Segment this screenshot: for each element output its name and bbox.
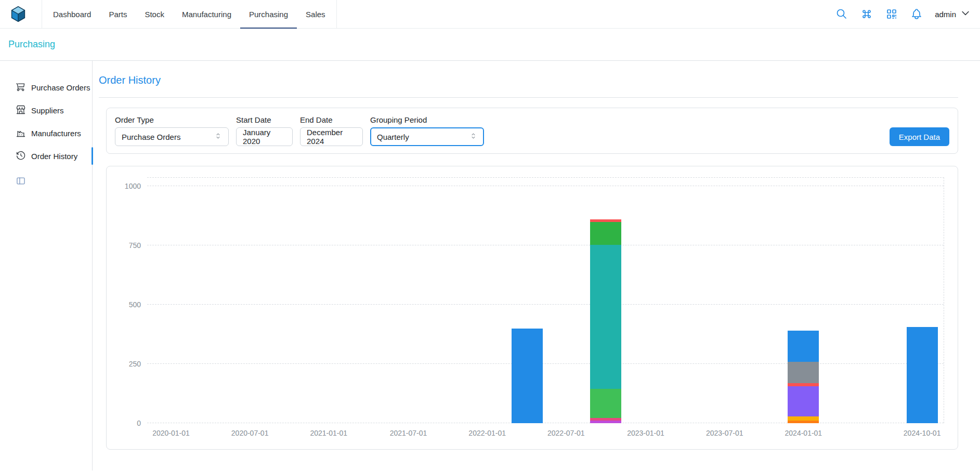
- tab-purchasing[interactable]: Purchasing: [240, 0, 297, 29]
- bar-segment: [788, 421, 819, 423]
- end-date-group: End Date December 2024: [300, 115, 363, 146]
- y-gridline: [147, 423, 944, 423]
- x-axis-label: 2022-07-01: [547, 429, 585, 437]
- tab-parts[interactable]: Parts: [100, 0, 136, 29]
- sidebar-collapse-icon[interactable]: [16, 176, 26, 186]
- x-axis-label: 2021-07-01: [390, 429, 427, 437]
- end-date-value: December 2024: [307, 128, 356, 146]
- start-date-value: January 2020: [243, 128, 286, 146]
- filter-card: Order Type Purchase Orders Start Date Ja…: [106, 108, 958, 154]
- sidebar-item-label: Manufacturers: [31, 129, 81, 138]
- y-gridline: [147, 186, 944, 186]
- order-type-group: Order Type Purchase Orders: [115, 115, 229, 146]
- tab-sales[interactable]: Sales: [297, 0, 334, 29]
- sidebar-items: Purchase OrdersSuppliersManufacturersOrd…: [0, 76, 92, 167]
- main-panel: Order History Order Type Purchase Orders…: [93, 61, 980, 470]
- x-axis-label: 2022-01-01: [468, 429, 506, 437]
- top-navbar: DashboardPartsStockManufacturingPurchasi…: [0, 0, 980, 29]
- bar-segment: [788, 386, 819, 416]
- chevron-down-icon: [960, 8, 971, 20]
- start-date-label: Start Date: [236, 115, 293, 124]
- tab-manufacturing[interactable]: Manufacturing: [173, 0, 240, 29]
- stacked-bar: [590, 178, 621, 423]
- stacked-bar: [907, 178, 938, 423]
- y-axis-label: 250: [129, 360, 141, 368]
- order-type-label: Order Type: [115, 115, 229, 124]
- sidebar: Purchase OrdersSuppliersManufacturersOrd…: [0, 61, 93, 470]
- breadcrumb-purchasing[interactable]: Purchasing: [8, 39, 55, 50]
- inventree-logo-icon: [9, 5, 27, 23]
- history-clock-icon: [16, 150, 26, 162]
- end-date-input[interactable]: December 2024: [300, 127, 363, 146]
- inventree-logo[interactable]: [9, 5, 27, 23]
- selector-chevrons-icon: [214, 132, 222, 141]
- y-gridline: [147, 363, 944, 364]
- search-icon[interactable]: [835, 7, 848, 21]
- grouping-period-select[interactable]: Quarterly: [370, 127, 484, 146]
- x-axis-label: 2020-01-01: [152, 429, 190, 437]
- x-axis-label: 2021-01-01: [310, 429, 347, 437]
- y-axis-label: 500: [129, 300, 141, 309]
- qr-grid-icon[interactable]: [885, 7, 898, 21]
- export-data-button[interactable]: Export Data: [890, 127, 949, 146]
- grouping-period-value: Quarterly: [377, 133, 409, 141]
- x-axis-label: 2020-07-01: [231, 429, 269, 437]
- stacked-bar: [788, 178, 819, 423]
- factory-icon: [16, 127, 26, 139]
- main-tabs: DashboardPartsStockManufacturingPurchasi…: [42, 0, 337, 29]
- navbar-actions: admin: [835, 7, 971, 21]
- command-icon[interactable]: [860, 7, 873, 21]
- plot-area: 025050075010002020-01-012020-07-012021-0…: [147, 177, 944, 423]
- x-axis-label: 2023-01-01: [627, 429, 664, 437]
- tab-dashboard[interactable]: Dashboard: [44, 0, 100, 29]
- order-type-select[interactable]: Purchase Orders: [115, 127, 229, 146]
- x-axis-label: 2024-01-01: [785, 429, 822, 437]
- x-axis-label: 2024-10-01: [904, 429, 941, 437]
- title-divider: [99, 97, 958, 98]
- x-axis-label: 2023-07-01: [706, 429, 743, 437]
- y-axis-label: 0: [137, 419, 141, 427]
- user-menu[interactable]: admin: [935, 8, 971, 20]
- sidebar-item-order-history[interactable]: Order History: [0, 145, 92, 167]
- sidebar-item-label: Purchase Orders: [31, 83, 90, 92]
- username: admin: [935, 10, 956, 19]
- content-area: Purchase OrdersSuppliersManufacturersOrd…: [0, 61, 980, 470]
- order-type-value: Purchase Orders: [122, 133, 180, 141]
- bar-segment: [788, 331, 819, 362]
- breadcrumb-bar: Purchasing: [0, 29, 980, 61]
- bar-segment: [788, 416, 819, 421]
- grouping-period-label: Grouping Period: [370, 115, 484, 124]
- sidebar-item-manufacturers[interactable]: Manufacturers: [0, 122, 92, 145]
- tab-stock[interactable]: Stock: [136, 0, 173, 29]
- bar-segment: [907, 327, 938, 423]
- start-date-group: Start Date January 2020: [236, 115, 293, 146]
- grouping-period-group: Grouping Period Quarterly: [370, 115, 484, 146]
- bar-segment: [590, 421, 621, 423]
- sidebar-item-label: Suppliers: [31, 106, 64, 115]
- y-gridline: [147, 304, 944, 305]
- bar-segment: [590, 245, 621, 389]
- stacked-bar: [512, 178, 543, 423]
- selector-chevrons-icon: [469, 132, 477, 141]
- y-gridline: [147, 245, 944, 245]
- sidebar-item-purchase-orders[interactable]: Purchase Orders: [0, 76, 92, 99]
- sidebar-item-label: Order History: [31, 152, 77, 161]
- start-date-input[interactable]: January 2020: [236, 127, 293, 146]
- bar-segment: [788, 362, 819, 383]
- app-window: DashboardPartsStockManufacturingPurchasi…: [0, 0, 980, 470]
- bell-icon[interactable]: [910, 7, 923, 21]
- y-axis-label: 750: [129, 241, 141, 250]
- building-store-icon: [16, 104, 26, 116]
- bar-segment: [590, 389, 621, 418]
- chart-card: 025050075010002020-01-012020-07-012021-0…: [106, 166, 958, 450]
- y-axis-label: 1000: [125, 182, 141, 190]
- bar-segment: [512, 329, 543, 423]
- sidebar-item-suppliers[interactable]: Suppliers: [0, 99, 92, 122]
- shopping-cart-icon: [16, 82, 26, 94]
- end-date-label: End Date: [300, 115, 363, 124]
- bar-segment: [590, 222, 621, 245]
- page-title: Order History: [99, 74, 958, 86]
